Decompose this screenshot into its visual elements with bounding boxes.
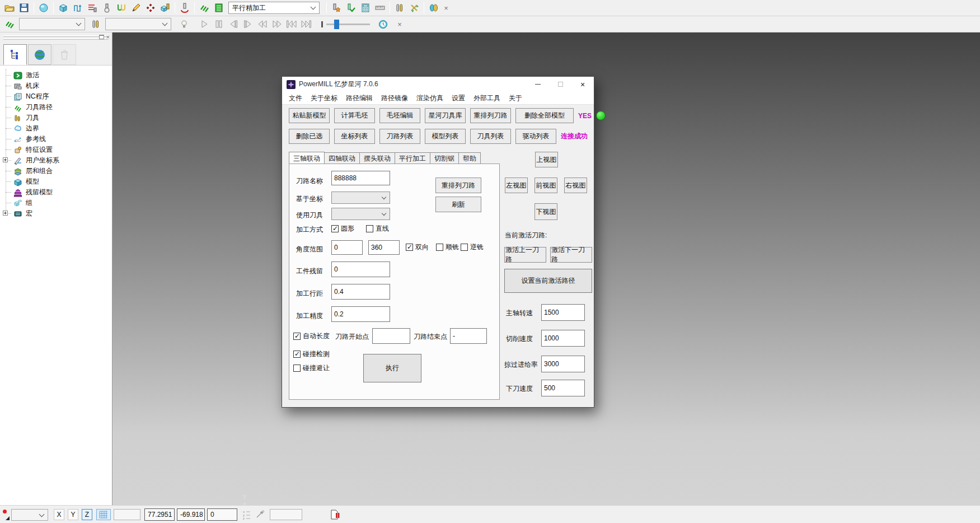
view-left-button[interactable]: 左视图 [505,178,528,193]
tool-select[interactable] [105,18,171,30]
collision-star-icon[interactable] [329,1,344,15]
nc-program-icon[interactable] [85,1,100,15]
set-active-path-button[interactable]: 设置当前激活路径 [504,269,592,293]
menu-about-coords[interactable]: 关于坐标 [311,94,337,103]
model-list-button[interactable]: 模型列表 [425,129,466,144]
toolbar-close-icon[interactable]: × [395,19,405,29]
maximize-button[interactable] [549,77,571,92]
skim-feed-input[interactable] [541,356,585,372]
tree-item-toolpaths[interactable]: 刀具路径 [0,102,112,113]
calculator-icon[interactable] [358,1,373,15]
menu-about[interactable]: 关于 [509,94,522,103]
fast-forward-icon[interactable] [270,17,284,31]
grid-toggle-button[interactable] [96,509,111,520]
tool-pair-icon[interactable] [392,1,407,15]
ballnose-tool-icon[interactable] [100,1,114,15]
tree-tab[interactable] [3,44,27,65]
menu-render-sim[interactable]: 渲染仿真 [416,94,443,103]
ruler-icon[interactable] [373,1,387,15]
delete-selected-button[interactable]: 删除已选 [289,129,330,144]
feature-set-icon[interactable] [143,1,158,15]
close-button[interactable]: × [571,77,594,92]
rearrange-button[interactable]: 重排列刀路 [435,178,481,193]
graphics-viewport[interactable]: Y X Z PowerMILL 忆梦星河 7.0.6 × 文件 关于坐标 路径编… [112,32,980,505]
open-project-icon[interactable] [2,1,17,15]
coord-select[interactable] [331,192,390,204]
axis-y-button[interactable]: Y [68,509,78,520]
toolpath-list-icon[interactable] [212,1,226,15]
pause-block-icon[interactable] [330,509,340,522]
trash-tab[interactable] [53,44,76,65]
strategy-dropdown[interactable]: 平行精加工 [228,2,320,14]
minimize-button[interactable] [527,77,549,92]
execute-button[interactable]: 执行 [363,354,421,382]
drive-list-button[interactable]: 驱动列表 [515,129,556,144]
view-right-button[interactable]: 右视图 [564,178,587,193]
pattern-pencil-icon[interactable] [129,1,143,15]
raster-toolpath-icon[interactable] [71,1,85,15]
move-cursor-icon[interactable] [255,510,265,521]
expand-icon[interactable] [3,157,8,162]
clock-icon[interactable] [376,17,390,31]
cutting-feed-input[interactable] [541,330,585,347]
paste-new-model-button[interactable]: 粘贴新模型 [289,108,330,123]
activate-next-toolpath-button[interactable]: 激活下一刀路 [550,247,592,263]
climb-mill-checkbox[interactable]: 顺铣 [436,242,459,252]
conventional-mill-checkbox[interactable]: 逆铣 [461,242,484,252]
tree-item-workplanes[interactable]: 用户坐标系 [0,155,112,166]
cursor-z-field[interactable]: 0 [207,508,237,521]
delete-all-models-button[interactable]: 删除全部模型 [515,108,574,123]
start-point-input[interactable] [372,328,410,344]
status-select[interactable] [11,509,48,521]
lightbulb-icon[interactable] [177,17,191,31]
close-icon[interactable]: × [106,34,110,40]
frame-back-icon[interactable] [226,17,241,31]
cursor-y-field[interactable]: -69.918 [177,508,205,521]
tab-head-tilt[interactable]: 摆头联动 [359,152,395,164]
toolpath-name-input[interactable] [331,171,390,185]
activate-prev-toolpath-button[interactable]: 激活上一刀路 [504,247,546,263]
frame-forward-icon[interactable] [241,17,255,31]
tool-holder-arc-icon[interactable] [177,1,192,15]
tree-item-macros[interactable]: 宏 [0,208,112,219]
cursor-x-field[interactable]: 77.2951 [144,508,175,521]
boundary-icon[interactable] [114,1,129,15]
save-project-icon[interactable] [17,1,31,15]
toolbar-close-icon[interactable]: × [441,3,451,13]
tree-item-groups[interactable]: 组 [0,198,112,208]
rewind-icon[interactable] [255,17,270,31]
circle-checkbox[interactable]: 圆形 [331,224,354,234]
tree-item-feature-sets[interactable]: 特征设置 [0,144,112,155]
coord-list-button[interactable]: 坐标列表 [334,129,375,144]
stock-input[interactable] [331,262,390,277]
binoculars-icon[interactable] [426,1,441,15]
view-front-button[interactable]: 前视图 [534,178,557,193]
collision-avoid-checkbox[interactable]: 碰撞避让 [293,363,330,373]
tree-item-models[interactable]: 模型 [0,176,112,187]
plunge-feed-input[interactable] [541,380,585,396]
block-edit-button[interactable]: 毛坯编辑 [379,108,420,123]
go-start-icon[interactable] [284,17,299,31]
menu-file[interactable]: 文件 [289,94,302,103]
tree-item-tools[interactable]: 刀具 [0,113,112,123]
tab-saw[interactable]: 切割锯 [430,152,459,164]
tree-item-boundaries[interactable]: 边界 [0,123,112,134]
tree-item-machine[interactable]: 机床 [0,81,112,91]
explorer-grip[interactable]: × [0,32,112,42]
bidirectional-checkbox[interactable]: 双向 [406,242,429,252]
xyz-list-icon[interactable]: xyz [243,510,252,521]
grid-size-field[interactable] [114,509,140,520]
dialog-titlebar[interactable]: PowerMILL 忆梦星河 7.0.6 × [282,77,594,92]
view-bottom-button[interactable]: 下视图 [534,203,557,220]
end-point-input[interactable] [450,328,487,344]
block-icon[interactable] [56,1,71,15]
stock-model-icon[interactable] [158,1,172,15]
tab-parallel[interactable]: 平行加工 [395,152,430,164]
view-top-button[interactable]: 上视图 [535,152,558,167]
tool-check-icon[interactable] [344,1,358,15]
tab-4axis[interactable]: 四轴联动 [324,152,360,164]
sphere-render-icon[interactable] [36,1,51,15]
toolpath-icon[interactable] [197,1,212,15]
speed-slider[interactable] [321,21,370,27]
status-entry-field[interactable] [270,509,302,520]
